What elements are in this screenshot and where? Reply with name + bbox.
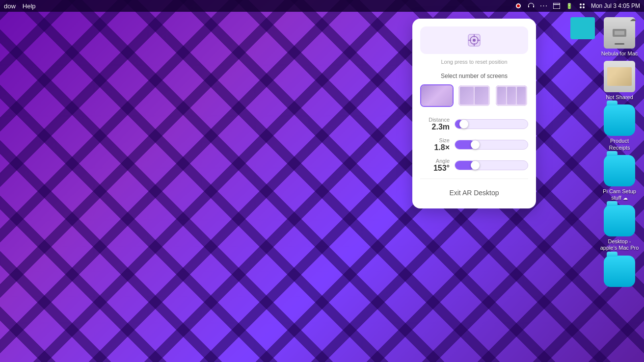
size-label: Size (420, 137, 450, 143)
pi-cam-icon-label: Pi Cam Setup stuff ☁ (600, 188, 639, 201)
svg-rect-9 (615, 31, 624, 35)
desktop-grid-overlay (0, 0, 644, 362)
headphone-icon[interactable] (527, 2, 535, 10)
desktop-icons: ☁ Nebula for Mac Not Shared Product Rece… (600, 17, 639, 289)
exit-ar-desktop-button[interactable]: Exit AR Desktop (420, 185, 528, 201)
distance-slider-thumb[interactable] (459, 120, 468, 129)
ar-reset-hint: Long press to reset position (420, 59, 528, 65)
ar-top-reset-button[interactable] (420, 26, 528, 54)
distance-slider-row: Distance 2.3m (420, 117, 528, 131)
svg-point-12 (473, 39, 476, 42)
size-slider-row: Size 1.8× (420, 137, 528, 152)
control-center-icon[interactable] (578, 2, 586, 10)
pi-cam-icon-image (604, 155, 635, 186)
svg-point-1 (517, 4, 520, 7)
menubar: dow Help ··· 🔋 Mon Jul 3 4:05 PM (0, 0, 644, 12)
screen-options-container (420, 84, 528, 107)
desktop-icon-mac-pro[interactable]: Desktop - apple's Mac Pro (600, 205, 639, 251)
desktop-icon-empty-folder[interactable] (600, 256, 639, 289)
desktop-background (0, 0, 644, 362)
ar-target-icon (466, 32, 482, 48)
screen-option-1[interactable] (420, 84, 454, 107)
angle-label: Angle (420, 158, 450, 164)
screen-option-2-image (458, 85, 490, 106)
ar-desktop-popup: Long press to reset position Select numb… (412, 19, 536, 208)
screen-option-2[interactable] (457, 84, 491, 107)
teal-accent-box (570, 17, 595, 39)
size-value: 1.8× (434, 143, 450, 152)
not-shared-icon-image (604, 61, 635, 92)
empty-folder-icon-image (604, 256, 635, 287)
distance-label-group: Distance 2.3m (420, 117, 450, 131)
screen-option-3-image (496, 85, 527, 106)
distance-slider[interactable] (455, 119, 528, 129)
size-slider-thumb[interactable] (471, 140, 480, 149)
svg-point-5 (583, 3, 585, 5)
product-receipts-icon-label: Product Receipts (600, 138, 639, 151)
angle-slider-thumb[interactable] (471, 161, 480, 170)
menu-item-help[interactable]: Help (23, 2, 36, 10)
screen-option-1-image (421, 85, 453, 106)
angle-slider[interactable] (455, 160, 528, 170)
mac-pro-icon-label: Desktop - apple's Mac Pro (600, 238, 639, 251)
product-receipts-icon-image (604, 104, 635, 136)
nebula-icon-label: Nebula for Mac (600, 51, 639, 57)
distance-value: 2.3m (432, 123, 450, 131)
svg-rect-2 (553, 3, 560, 9)
size-slider[interactable] (455, 140, 528, 150)
ar-divider (420, 179, 528, 179)
svg-point-4 (580, 3, 582, 5)
desktop-icon-not-shared[interactable]: Not Shared (600, 61, 639, 101)
ar-screen-select-label: Select number of screens (420, 73, 528, 79)
record-icon[interactable] (514, 2, 522, 10)
desktop-icon-product-receipts[interactable]: Product Receipts (600, 104, 639, 151)
angle-value: 153° (433, 164, 450, 172)
menubar-right: ··· 🔋 Mon Jul 3 4:05 PM (514, 2, 640, 10)
battery-icon: 🔋 (565, 2, 573, 10)
screen-option-3[interactable] (495, 84, 528, 107)
desktop-icon-pi-cam[interactable]: Pi Cam Setup stuff ☁ (600, 155, 639, 201)
ellipsis-icon[interactable]: ··· (540, 2, 548, 10)
angle-slider-row: Angle 153° (420, 158, 528, 173)
angle-label-group: Angle 153° (420, 158, 450, 173)
nebula-icon-image: ☁ (604, 17, 635, 49)
window-icon[interactable] (553, 2, 561, 10)
menubar-datetime: Mon Jul 3 4:05 PM (591, 2, 640, 9)
svg-point-6 (580, 6, 582, 8)
menubar-left: dow Help (4, 2, 36, 10)
svg-point-7 (583, 6, 585, 8)
menu-item-window[interactable]: dow (4, 2, 16, 10)
mac-pro-icon-image (604, 205, 635, 236)
distance-label: Distance (420, 117, 450, 123)
not-shared-icon-label: Not Shared (600, 94, 639, 101)
size-label-group: Size 1.8× (420, 137, 450, 152)
desktop-icon-nebula[interactable]: ☁ Nebula for Mac (600, 17, 639, 57)
